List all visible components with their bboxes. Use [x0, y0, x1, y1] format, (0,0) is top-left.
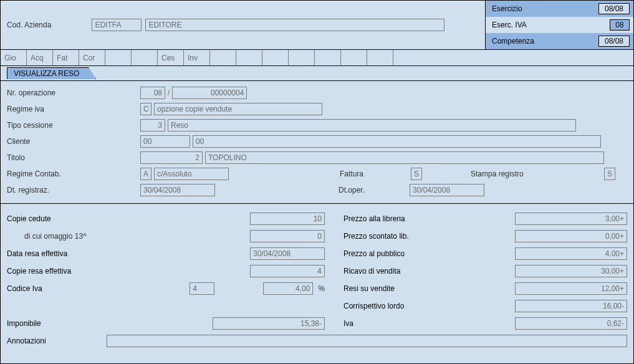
- page-tab-visualizza-reso[interactable]: VISUALIZZA RESO: [7, 67, 96, 79]
- prezzo-pubblico-input[interactable]: 4,00+: [515, 247, 627, 260]
- annotazioni-input[interactable]: [107, 335, 627, 347]
- resi-su-vendite-input[interactable]: 12,00+: [515, 282, 627, 295]
- dt-reg-label: Dt. registraz.: [7, 186, 138, 194]
- di-cui-omaggio-input[interactable]: 0: [250, 230, 325, 242]
- eserc-iva-label: Eserc. IVA: [492, 21, 527, 29]
- data-resa-input[interactable]: 30/04/2008: [250, 247, 325, 260]
- tab-empty-2[interactable]: [132, 50, 158, 65]
- cliente-a-input[interactable]: 00: [140, 135, 190, 148]
- iva-input[interactable]: 0,62-: [515, 317, 627, 330]
- tab-empty-10[interactable]: [393, 50, 633, 65]
- regime-contab-code-input[interactable]: A: [140, 168, 151, 180]
- tab-empty-1[interactable]: [105, 50, 132, 65]
- azienda-desc-input[interactable]: EDITORE: [145, 19, 444, 31]
- tab-empty-9[interactable]: [367, 50, 393, 65]
- top-tabs: Gio Acq Fat Cor Ces Inv: [1, 50, 633, 66]
- tab-ces[interactable]: Ces: [158, 50, 184, 65]
- data-resa-label: Data resa effettiva: [7, 249, 181, 258]
- tab-empty-3[interactable]: [210, 50, 236, 65]
- copie-resa-label: Copie resa effettiva: [7, 267, 181, 275]
- tab-cor[interactable]: Cor: [79, 50, 105, 65]
- corrispettivo-lordo-input[interactable]: 16,00-: [515, 300, 627, 312]
- prezzo-pubblico-label: Prezzo al pubblico: [343, 249, 474, 258]
- prezzo-scontato-input[interactable]: 0,00+: [515, 230, 627, 242]
- titolo-label: Titolo: [7, 153, 138, 162]
- tab-fat[interactable]: Fat: [53, 50, 79, 65]
- competenza-value[interactable]: 08/08: [598, 36, 630, 47]
- cod-azienda-input[interactable]: EDITFA: [92, 19, 142, 31]
- tipo-cessione-code-input[interactable]: 3: [140, 119, 165, 132]
- tab-inv[interactable]: Inv: [184, 50, 210, 65]
- prezzo-scontato-label: Prezzo scontato lib.: [343, 232, 474, 241]
- nr-op-a-input[interactable]: 08: [140, 87, 165, 99]
- ricavo-vendita-label: Ricavo di vendita: [343, 267, 474, 275]
- copie-cedute-input[interactable]: 10: [250, 213, 325, 225]
- esercizio-value[interactable]: 08/08: [598, 3, 630, 14]
- stampa-registro-input[interactable]: S: [604, 168, 615, 180]
- copie-cedute-label: Copie cedute: [7, 214, 181, 223]
- annotazioni-label: Annotazioni: [7, 337, 107, 345]
- tab-empty-8[interactable]: [341, 50, 367, 65]
- tab-empty-4[interactable]: [236, 50, 262, 65]
- fattura-input[interactable]: S: [411, 168, 422, 180]
- imponibile-input[interactable]: 15,38-: [213, 317, 325, 330]
- copie-resa-input[interactable]: 4: [250, 265, 325, 277]
- corrispettivo-lordo-label: Corrispettivo lordo: [343, 302, 474, 310]
- stampa-registro-label: Stampa registro: [471, 170, 602, 178]
- di-cui-omaggio-label: di cui omaggio 13^: [7, 232, 181, 241]
- tab-gio[interactable]: Gio: [1, 50, 27, 65]
- tab-empty-7[interactable]: [315, 50, 341, 65]
- cliente-label: Cliente: [7, 137, 138, 146]
- imponibile-label: Imponibile: [7, 319, 181, 328]
- competenza-label: Competenza: [492, 37, 534, 46]
- iva-label: Iva: [343, 319, 474, 328]
- regime-contab-label: Regime Contab.: [7, 170, 138, 178]
- esercizio-label: Esercizio: [492, 4, 522, 13]
- nr-op-sep: /: [168, 89, 170, 97]
- tab-empty-5[interactable]: [262, 50, 289, 65]
- regime-iva-label: Regime iva: [7, 105, 138, 113]
- nr-operazione-label: Nr. operazione: [7, 89, 138, 97]
- fattura-label: Fattura: [340, 170, 408, 178]
- titolo-code-input[interactable]: 2: [140, 151, 203, 164]
- regime-contab-desc-input[interactable]: c/Assoluto: [154, 168, 229, 180]
- eserc-iva-value[interactable]: 08: [610, 19, 630, 31]
- tab-empty-6[interactable]: [289, 50, 315, 65]
- dt-oper-label: Dt.oper.: [339, 186, 407, 194]
- prezzo-libreria-input[interactable]: 3,00+: [515, 213, 627, 225]
- tipo-cessione-label: Tipo cessione: [7, 121, 138, 130]
- titolo-desc-input[interactable]: TOPOLINO: [205, 151, 604, 164]
- codice-iva-code-input[interactable]: 4: [190, 282, 214, 295]
- resi-su-vendite-label: Resi su vendite: [343, 284, 474, 293]
- regime-iva-desc-input[interactable]: opzione copie vendute: [154, 103, 322, 115]
- dt-oper-input[interactable]: 30/04/2008: [410, 184, 484, 196]
- ricavo-vendita-input[interactable]: 30,00+: [515, 265, 627, 277]
- codice-iva-pct-input[interactable]: 4,00: [263, 282, 313, 295]
- dt-reg-input[interactable]: 30/04/2008: [140, 184, 215, 196]
- pct-suffix: %: [318, 284, 325, 293]
- codice-iva-label: Codice Iva: [7, 284, 181, 293]
- tipo-cessione-desc-input[interactable]: Reso: [168, 119, 576, 132]
- cod-azienda-label: Cod. Azienda: [7, 21, 51, 29]
- prezzo-libreria-label: Prezzo alla libreria: [343, 214, 474, 223]
- regime-iva-code-input[interactable]: C: [140, 103, 151, 115]
- tab-acq[interactable]: Acq: [27, 50, 53, 65]
- nr-op-b-input[interactable]: 00000004: [172, 87, 247, 99]
- cliente-b-input[interactable]: 00: [193, 135, 601, 148]
